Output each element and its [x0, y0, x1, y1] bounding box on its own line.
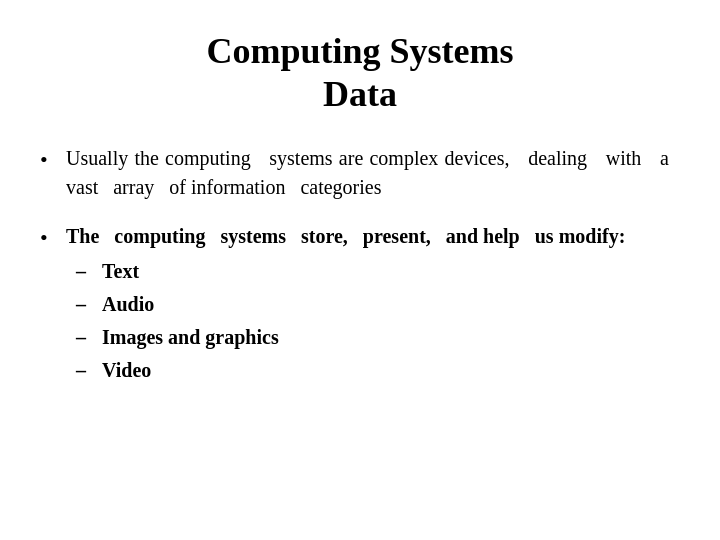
dash-1: –	[76, 257, 96, 286]
bold-bullet-text: The computing systems store, present, an…	[66, 225, 625, 247]
list-item: – Text	[76, 257, 680, 286]
bullet-text-2: The computing systems store, present, an…	[66, 222, 680, 389]
dash-4: –	[76, 356, 96, 385]
list-item: • Usually the computing systems are comp…	[40, 144, 680, 202]
main-bullet-list: • Usually the computing systems are comp…	[40, 144, 680, 389]
dash-2: –	[76, 290, 96, 319]
sub-item-text-2: Audio	[102, 290, 154, 319]
list-item: – Audio	[76, 290, 680, 319]
list-item: • The computing systems store, present, …	[40, 222, 680, 389]
slide-title: Computing Systems Data	[40, 30, 680, 116]
sub-item-text-4: Video	[102, 356, 151, 385]
sub-item-text-3: Images and graphics	[102, 323, 279, 352]
title-line2: Data	[323, 74, 397, 114]
dash-3: –	[76, 323, 96, 352]
sub-item-text-1: Text	[102, 257, 139, 286]
bullet-dot-1: •	[40, 144, 62, 176]
bullet-dot-2: •	[40, 222, 62, 254]
sub-bullet-list: – Text – Audio – Images and graphics – V…	[76, 257, 680, 385]
bullet-text-1: Usually the computing systems are comple…	[66, 144, 680, 202]
slide-container: Computing Systems Data • Usually the com…	[40, 30, 680, 409]
title-line1: Computing Systems	[206, 31, 513, 71]
list-item: – Video	[76, 356, 680, 385]
list-item: – Images and graphics	[76, 323, 680, 352]
